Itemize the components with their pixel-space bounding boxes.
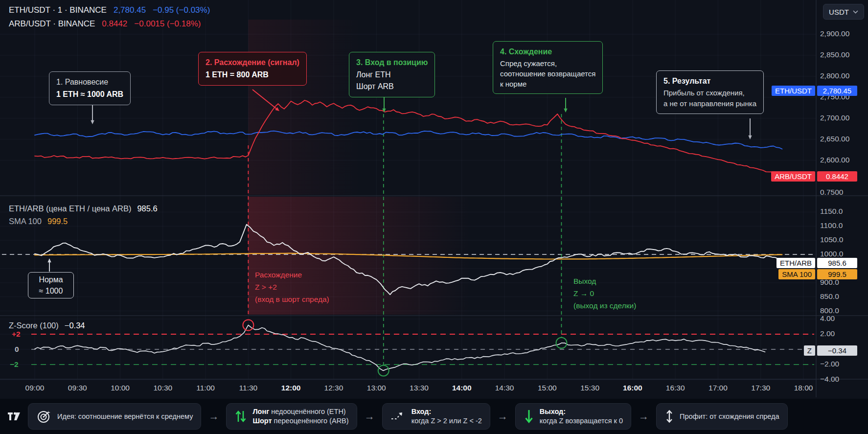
text-line: Шорт ARB (356, 81, 428, 92)
text-line: Норма (28, 274, 73, 285)
callout-title: 4. Схождение (500, 46, 595, 58)
text-line: 1 ETH ≈ 1000 ARB (56, 89, 123, 100)
price-axis-label: 850.0 (820, 292, 839, 301)
currency-selector-button[interactable]: USDT (823, 4, 864, 20)
callout-enter-position: 3. Вход в позицию Лонг ETHШорт ARB (349, 52, 435, 97)
series-value-badge: 985.6 (817, 258, 857, 268)
price-axis-label: 2,800.00 (820, 71, 849, 80)
time-axis-label: 13:00 (361, 384, 392, 392)
flow-step-exit: Выход: когда Z возвращается к 0 (515, 403, 631, 430)
flow-arrow-icon: → (638, 411, 650, 422)
time-axis-label: 15:30 (574, 384, 606, 392)
norma-label-box: Норма≈ 1000 (28, 272, 74, 298)
time-axis-label: 09:00 (19, 384, 50, 392)
flow-step-idea: Идея: соотношение вернётся к среднему (28, 403, 201, 430)
series-name-badge: Z (804, 345, 815, 356)
zscore-indicator-name: Z-Score (100) (9, 321, 59, 330)
time-axis-label: 11:00 (190, 384, 221, 392)
legend-row-arb[interactable]: ARB/USDT · BINANCE 0.8442 −0.0015 (−0.18… (9, 19, 201, 29)
entry-dashed-arrow-icon (390, 410, 406, 423)
price-axis-label: 800.0 (820, 306, 839, 315)
legend-row-eth[interactable]: ETH/USDT · 1 · BINANCE 2,780.45 −0.95 (−… (9, 5, 210, 15)
z-plus2-label: +2 (12, 330, 21, 339)
target-icon (36, 409, 52, 424)
price-axis-label: 1150.0 (820, 207, 843, 216)
long-short-arrows-icon (234, 409, 247, 424)
text-line: Выход (573, 275, 636, 287)
text-line: Спред сужается, (500, 58, 595, 69)
z-zero-label: 0 (15, 345, 19, 354)
time-axis-label: 09:30 (62, 384, 93, 392)
profit-updown-arrow-icon (664, 409, 674, 424)
tradingview-chart-window: ETH/USDT · 1 · BINANCE 2,780.45 −0.95 (−… (0, 0, 868, 434)
exit-down-arrow-icon (524, 409, 534, 424)
step-label: Шорт (252, 417, 272, 425)
text-line: Z > +2 (255, 281, 329, 293)
time-axis-label: 15:00 (531, 384, 563, 392)
price-axis-label: 4.00 (820, 314, 835, 323)
price-axis-label: 2,650.00 (820, 135, 849, 143)
price-axis-label: 2,900.00 (820, 29, 849, 38)
price-axis-label: 2,600.00 (820, 156, 849, 164)
step-text: переоценённого (ARB) (272, 417, 349, 425)
time-axis-label: 17:30 (745, 384, 777, 392)
last-price-eth: 2,780.45 (114, 5, 146, 15)
callout-convergence: 4. Схождение Спред сужается,соотношение … (493, 41, 603, 94)
callout-divergence-signal: 2. Расхождение (сигнал) 1 ETH = 800 ARB (198, 52, 307, 86)
change-eth: −0.95 (−0.03%) (153, 5, 210, 15)
ratio-indicator-value: 985.6 (137, 204, 157, 213)
price-axis-label: 2,700.00 (820, 114, 849, 122)
step-label: Выход: (540, 408, 566, 415)
text-line: к норме (500, 79, 595, 89)
series-name-badge: ETH/ARB (777, 258, 815, 268)
price-axis-label: −4.00 (820, 375, 839, 384)
price-axis-label: 2.00 (820, 329, 835, 338)
zscore-panel-title[interactable]: Z-Score (100) −0.34 (9, 321, 85, 330)
text-line: Прибыль от схождения, (663, 88, 756, 98)
exit-note: ВыходZ → 0(выход из сделки) (573, 275, 636, 312)
text-line: Расхождение (255, 269, 329, 281)
price-axis-label: 1050.0 (820, 235, 843, 244)
flow-step-entry: Вход: когда Z > 2 или Z < -2 (382, 403, 490, 430)
price-axis-label: 1100.0 (820, 221, 843, 230)
sma-indicator-value: 999.5 (47, 217, 68, 226)
text-line: ≈ 1000 (28, 285, 73, 297)
sma-title[interactable]: SMA 100 999.5 (9, 217, 68, 226)
strategy-flow-toolbar: Идея: соотношение вернётся к среднему → … (0, 399, 868, 434)
time-axis-label: 12:30 (318, 384, 349, 392)
time-axis-label: 17:00 (702, 384, 733, 392)
time-axis-label: 13:30 (404, 384, 435, 392)
text-line: (выход из сделки) (573, 299, 636, 312)
divergence-note: РасхождениеZ > +2(вход в шорт спреда) (255, 269, 329, 305)
time-axis-label: 10:00 (105, 384, 136, 392)
step-label: Вход: (411, 408, 432, 415)
time-axis-label: 10:30 (147, 384, 179, 392)
series-value-badge: 0.8442 (817, 171, 857, 182)
symbol-title-eth[interactable]: ETH/USDT · 1 · BINANCE (9, 5, 107, 15)
step-text: когда Z возвращается к 0 (540, 417, 623, 425)
text-line: Лонг ETH (356, 69, 428, 81)
price-axis-label: 2,850.00 (820, 50, 849, 59)
time-axis-label: 14:00 (446, 384, 478, 392)
z-minus2-label: −2 (10, 360, 19, 369)
series-name-badge: ETH/USDT (772, 86, 815, 96)
ratio-panel-title[interactable]: ETH/ARB (цена ETH / цена ARB) 985.6 (9, 204, 158, 213)
callout-title: 5. Результат (663, 75, 756, 87)
callout-title: 1. Равновесие (56, 76, 123, 88)
tradingview-logo-icon[interactable] (7, 410, 22, 423)
step-text: Профит: от схождения спреда (680, 412, 779, 420)
callout-title: 3. Вход в позицию (356, 57, 428, 69)
ratio-indicator-name: ETH/ARB (цена ETH / цена ARB) (9, 204, 131, 213)
callout-title: 2. Расхождение (сигнал) (206, 57, 299, 69)
price-axis-label: 1000.0 (820, 250, 843, 258)
price-axis-label: 0.7500 (820, 188, 843, 197)
sma-indicator-name: SMA 100 (9, 217, 42, 226)
change-arb: −0.0015 (−0.18%) (134, 19, 201, 29)
flow-arrow-icon: → (207, 411, 220, 422)
symbol-title-arb[interactable]: ARB/USDT · BINANCE (9, 19, 95, 29)
text-line: (вход в шорт спреда) (255, 293, 329, 305)
series-value-badge: 999.5 (817, 269, 857, 279)
last-price-arb: 0.8442 (102, 19, 127, 29)
flow-step-profit: Профит: от схождения спреда (656, 403, 788, 430)
chevron-down-icon (853, 10, 858, 14)
